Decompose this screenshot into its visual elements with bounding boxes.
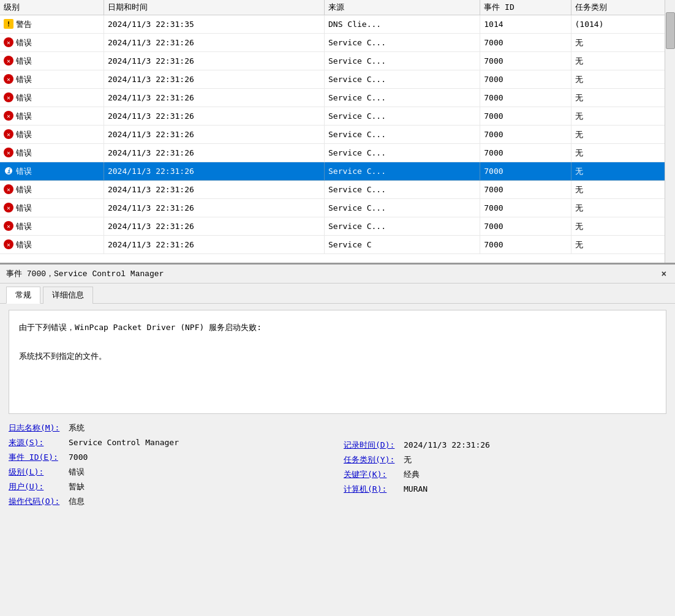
table-row[interactable]: 错误2024/11/3 22:31:26Service C...7000无 [0, 126, 675, 144]
log-name-label[interactable]: 日志名称(M): [9, 423, 64, 434]
tab-details[interactable]: 详细信息 [43, 287, 93, 304]
col-header-eventid: 事件 ID [480, 0, 571, 15]
table-row[interactable]: 错误2024/11/3 22:31:26Service C...7000无 [0, 89, 675, 107]
eventid-label[interactable]: 事件 ID(E): [9, 452, 64, 463]
cell-task: 无 [571, 89, 675, 107]
cell-datetime: 2024/11/3 22:31:35 [104, 15, 324, 34]
source-label[interactable]: 来源(S): [9, 437, 64, 448]
tab-general[interactable]: 常规 [6, 287, 40, 304]
cell-level: 错误 [0, 162, 104, 181]
cell-level: 警告 [0, 15, 104, 34]
level-label[interactable]: 级别(L): [9, 467, 64, 478]
meta-keyword: 关键字(K): 经典 [344, 469, 666, 480]
cell-eventid: 1014 [480, 15, 571, 34]
meta-log-name: 日志名称(M): 系统 [9, 423, 331, 434]
cell-eventid: 7000 [480, 70, 571, 89]
info-selected-icon [4, 166, 13, 176]
cell-eventid: 7000 [480, 107, 571, 126]
cell-eventid: 7000 [480, 144, 571, 162]
error-icon [4, 129, 13, 139]
error-icon [4, 148, 13, 157]
cell-task: 无 [571, 70, 675, 89]
scrollbar-thumb[interactable] [666, 12, 675, 49]
detail-title: 事件 7000，Service Control Manager [6, 268, 164, 279]
recorded-value: 2024/11/3 22:31:26 [404, 440, 490, 449]
cell-level: 错误 [0, 52, 104, 70]
cell-eventid: 7000 [480, 199, 571, 217]
message-line2: 系统找不到指定的文件。 [19, 349, 656, 363]
table-row[interactable]: 警告2024/11/3 22:31:35DNS Clie...1014(1014… [0, 15, 675, 34]
col-header-level: 级别 [0, 0, 104, 15]
cell-level: 错误 [0, 199, 104, 217]
error-icon [4, 203, 13, 212]
cell-datetime: 2024/11/3 22:31:26 [104, 89, 324, 107]
cell-datetime: 2024/11/3 22:31:26 [104, 107, 324, 126]
meta-eventid: 事件 ID(E): 7000 [9, 452, 331, 463]
cell-source: Service C... [325, 199, 480, 217]
cell-task: 无 [571, 199, 675, 217]
cell-task: 无 [571, 181, 675, 199]
table-row[interactable]: 错误2024/11/3 22:31:26Service C...7000无 [0, 199, 675, 217]
cell-source: Service C... [325, 217, 480, 236]
recorded-label[interactable]: 记录时间(D): [344, 440, 399, 451]
cell-source: Service C... [325, 144, 480, 162]
keyword-value: 经典 [404, 469, 420, 480]
cell-source: Service C... [325, 70, 480, 89]
close-button[interactable]: × [659, 269, 669, 279]
table-row[interactable]: 错误2024/11/3 22:31:26Service C...7000无 [0, 162, 675, 181]
cell-source: Service C... [325, 52, 480, 70]
opcode-label[interactable]: 操作代码(O): [9, 496, 64, 507]
table-row[interactable]: 错误2024/11/3 22:31:26Service C...7000无 [0, 107, 675, 126]
cell-task: 无 [571, 126, 675, 144]
cell-task: 无 [571, 162, 675, 181]
error-icon [4, 239, 13, 249]
scrollbar[interactable] [665, 0, 675, 263]
cell-task: 无 [571, 107, 675, 126]
cell-level: 错误 [0, 34, 104, 52]
cell-eventid: 7000 [480, 34, 571, 52]
level-value: 错误 [69, 467, 85, 478]
meta-opcode: 操作代码(O): 信息 [9, 496, 331, 507]
meta-task: 任务类别(Y): 无 [344, 454, 666, 465]
cell-level: 错误 [0, 181, 104, 199]
computer-label[interactable]: 计算机(R): [344, 484, 399, 495]
error-icon [4, 37, 13, 47]
cell-eventid: 7000 [480, 126, 571, 144]
table-row[interactable]: 错误2024/11/3 22:31:26Service C...7000无 [0, 144, 675, 162]
error-icon [4, 111, 13, 121]
cell-task: 无 [571, 217, 675, 236]
table-row[interactable]: 错误2024/11/3 22:31:26Service C...7000无 [0, 181, 675, 199]
cell-level: 错误 [0, 144, 104, 162]
table-row[interactable]: 错误2024/11/3 22:31:26Service C...7000无 [0, 52, 675, 70]
message-box: 由于下列错误，WinPcap Packet Driver (NPF) 服务启动失… [9, 310, 666, 414]
user-label[interactable]: 用户(U): [9, 481, 64, 492]
cell-source: Service C... [325, 107, 480, 126]
meta-user: 用户(U): 暂缺 [9, 481, 331, 492]
meta-source: 来源(S): Service Control Manager [9, 437, 331, 448]
table-row[interactable]: 错误2024/11/3 22:31:26Service C...7000无 [0, 217, 675, 236]
cell-eventid: 7000 [480, 217, 571, 236]
cell-datetime: 2024/11/3 22:31:26 [104, 162, 324, 181]
cell-eventid: 7000 [480, 89, 571, 107]
source-value: Service Control Manager [69, 438, 179, 447]
cell-source: Service C... [325, 181, 480, 199]
task-label[interactable]: 任务类别(Y): [344, 454, 399, 465]
table-row[interactable]: 错误2024/11/3 22:31:26Service C7000无 [0, 236, 675, 254]
cell-level: 错误 [0, 236, 104, 254]
cell-datetime: 2024/11/3 22:31:26 [104, 199, 324, 217]
col-header-datetime: 日期和时间 [104, 0, 324, 15]
keyword-label[interactable]: 关键字(K): [344, 469, 399, 480]
meta-recorded: 记录时间(D): 2024/11/3 22:31:26 [344, 440, 666, 451]
table-row[interactable]: 错误2024/11/3 22:31:26Service C...7000无 [0, 34, 675, 52]
cell-datetime: 2024/11/3 22:31:26 [104, 217, 324, 236]
table-row[interactable]: 错误2024/11/3 22:31:26Service C...7000无 [0, 70, 675, 89]
cell-source: Service C... [325, 34, 480, 52]
error-icon [4, 92, 13, 102]
cell-source: Service C... [325, 162, 480, 181]
cell-level: 错误 [0, 217, 104, 236]
meta-level: 级别(L): 错误 [9, 467, 331, 478]
cell-datetime: 2024/11/3 22:31:26 [104, 70, 324, 89]
event-log-table: 级别 日期和时间 来源 事件 ID 任务类别 警告2024/11/3 22:31… [0, 0, 675, 263]
cell-source: Service C [325, 236, 480, 254]
cell-level: 错误 [0, 126, 104, 144]
